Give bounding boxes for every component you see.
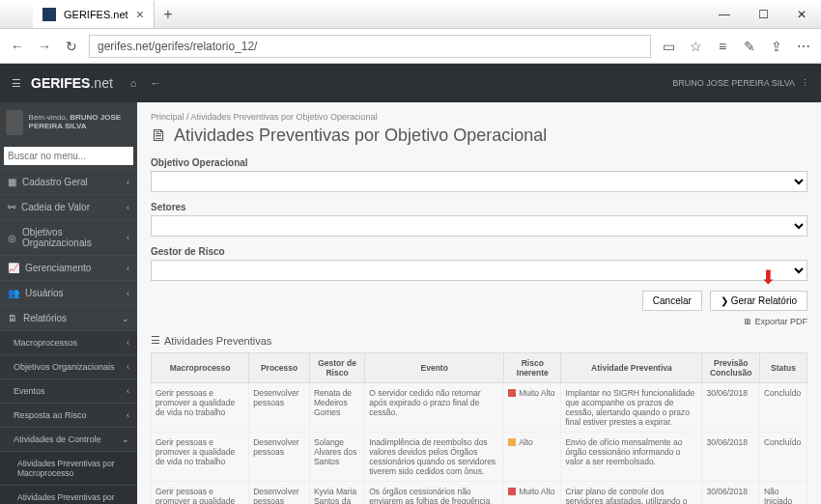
results-table: MacroprocessoProcessoGestor de RiscoEven… [151,352,807,504]
cell-status: Concluído [759,383,807,433]
column-header[interactable]: Status [759,353,807,383]
generate-report-button[interactable]: ❯ Gerar Relatório [710,291,807,311]
cell-evento: Inadimplência de reembolso dos valores d… [365,433,504,482]
sub-atividades[interactable]: Atividades de Controle⌄ [0,427,137,451]
breadcrumb-root[interactable]: Principal [151,112,184,122]
content-area: Principal / Atividades Preventivas por O… [137,102,821,504]
breadcrumb: Principal / Atividades Preventivas por O… [151,112,807,122]
arrow-hint-icon: ⬇ [760,266,777,289]
sub-objetivos[interactable]: Objetivos Organizacionais‹ [0,354,137,378]
column-header[interactable]: Evento [365,353,504,383]
risk-square-icon [508,438,516,446]
back-app-icon[interactable]: ← [150,77,160,89]
favicon [42,8,56,21]
cell-macro: Gerir pessoas e promover a qualidade de … [152,482,249,505]
cell-macro: Gerir pessoas e promover a qualidade de … [152,383,249,433]
favorite-icon[interactable]: ☆ [686,39,705,54]
app-header: ☰ GERIFES.net ⌂ ← BRUNO JOSE PEREIRA SIL… [0,64,821,102]
sub-resposta[interactable]: Resposta ao Risco‹ [0,403,137,427]
label-setores: Setores [151,202,807,212]
link-icon: ⚯ [8,202,15,212]
close-window-button[interactable]: ✕ [782,8,821,21]
forward-icon[interactable]: → [35,39,54,54]
select-gestor[interactable] [151,260,807,281]
list-icon: ☰ [151,334,160,347]
header-user[interactable]: BRUNO JOSE PEREIRA SILVA⋮ [672,78,809,88]
nav-cadastro[interactable]: ▦Cadastro Geral‹ [0,169,137,194]
select-setores[interactable] [151,215,807,237]
cell-atividade: Implantar no SIGRH funcionalidade que ac… [561,383,702,433]
new-tab-button[interactable]: + [155,6,182,23]
cell-prev: 30/06/2018 [702,433,760,482]
nav-usuarios[interactable]: 👥Usuários‹ [0,280,137,305]
column-header[interactable]: Processo [249,353,310,383]
hub-icon[interactable]: ≡ [713,39,732,54]
minimize-button[interactable]: — [705,8,744,21]
nav-gerenciamento[interactable]: 📈Gerenciamento‹ [0,255,137,280]
table-row: Gerir pessoas e promover a qualidade de … [152,433,807,482]
more-icon[interactable]: ⋯ [794,39,813,54]
nav-cadeia[interactable]: ⚯Cadeia de Valor‹ [0,194,137,219]
cell-prev: 30/06/2018 [702,383,760,433]
label-gestor: Gestor de Risco [151,246,807,257]
search-input[interactable] [4,147,133,165]
grid-icon: ▦ [8,177,16,187]
column-header[interactable]: Risco Inerente [504,353,561,383]
window-controls: — ☐ ✕ [705,8,821,21]
column-header[interactable]: Macroprocesso [152,353,249,383]
cell-proc: Desenvolver pessoas [249,482,310,505]
target-icon: ◎ [8,233,16,243]
url-text: gerifes.net/gerifes/relatorio_12/ [98,40,257,53]
user-menu-icon[interactable]: ⋮ [801,78,809,88]
sub2-processo[interactable]: Atividades Preventivas por Processo [0,485,137,504]
close-tab-icon[interactable]: × [136,7,144,22]
back-icon[interactable]: ← [8,39,27,54]
browser-toolbar: ← → ↻ gerifes.net/gerifes/relatorio_12/ … [0,29,821,64]
select-objetivo[interactable] [151,171,807,192]
cell-macro: Gerir pessoas e promover a qualidade de … [152,433,249,482]
doc-icon: 🗎 [8,313,17,323]
cell-atividade: Envio de ofício mensalmente ao órgão ces… [561,433,702,482]
sub-eventos[interactable]: Eventos‹ [0,378,137,403]
notes-icon[interactable]: ✎ [740,39,759,54]
welcome-text: Bem-vindo, BRUNO JOSE PEREIRA SILVA [29,114,131,131]
menu-toggle-icon[interactable]: ☰ [12,77,21,90]
nav-objetivos[interactable]: ◎Objetivos Organizacionais‹ [0,219,137,255]
browser-tab[interactable]: GERIFES.net × [33,1,155,28]
cell-proc: Desenvolver pessoas [249,433,310,482]
refresh-icon[interactable]: ↻ [62,39,81,54]
cell-risco: Muito Alto [504,482,561,505]
column-header[interactable]: Gestor de Risco [309,353,364,383]
panel-title: ☰Atividades Preventivas [151,334,807,347]
chart-icon: 📈 [8,263,19,273]
cell-status: Concluído [759,433,807,482]
brand: GERIFES.net [31,75,113,91]
export-pdf-link[interactable]: 🗎 Exportar PDF [151,317,807,326]
cell-evento: O servidor cedido não retornar após expi… [365,383,504,433]
nav-relatorios[interactable]: 🗎Relatórios⌄ [0,305,137,330]
address-bar[interactable]: gerifes.net/gerifes/relatorio_12/ [89,35,651,58]
cell-atividade: Criar plano de controle dos servidores a… [561,482,702,505]
cell-prev: 30/06/2018 [702,482,760,505]
cell-gestor: Solange Alvares dos Santos [309,433,364,482]
reading-icon[interactable]: ▭ [659,39,678,54]
column-header[interactable]: Atividade Preventiva [561,353,702,383]
sub2-macroprocesso[interactable]: Atividades Preventivas por Macroprocesso [0,451,137,485]
maximize-button[interactable]: ☐ [744,8,782,21]
home-icon[interactable]: ⌂ [130,77,137,89]
cancel-button[interactable]: Cancelar [642,291,702,311]
sidebar-user: Bem-vindo, BRUNO JOSE PEREIRA SILVA [0,102,137,143]
cell-evento: Os órgãos cessionários não enviarem as f… [365,482,504,505]
cell-gestor: Kyvia Maria Santos da Cruz [309,482,364,505]
sidebar: Bem-vindo, BRUNO JOSE PEREIRA SILVA ▦Cad… [0,102,137,504]
avatar [6,110,23,135]
sidebar-search [4,147,133,165]
table-row: Gerir pessoas e promover a qualidade de … [152,383,807,433]
table-row: Gerir pessoas e promover a qualidade de … [152,482,807,505]
sub-macro[interactable]: Macroprocessos‹ [0,330,137,354]
cell-status: Não Iniciado [759,482,807,505]
column-header[interactable]: Previsão Conclusão [702,353,760,383]
share-icon[interactable]: ⇪ [767,39,786,54]
cell-risco: Alto [504,433,561,482]
cell-gestor: Renata de Medeiros Gomes [309,383,364,433]
